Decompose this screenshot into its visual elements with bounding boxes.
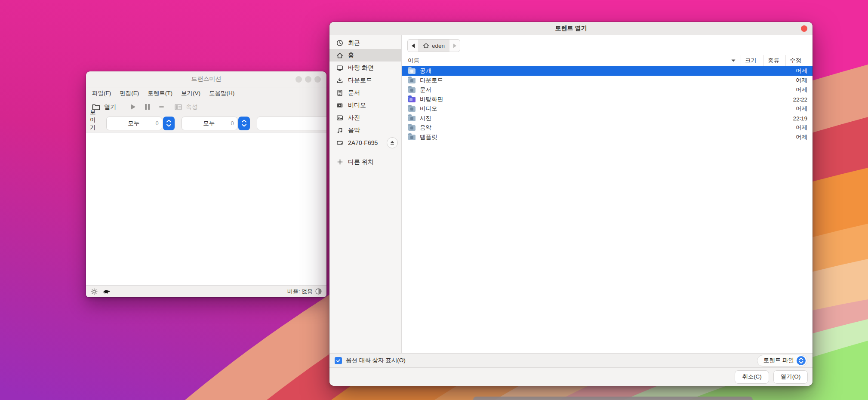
file-row-videos[interactable]: 비디오 어제 [402,104,813,114]
file-modified: 어제 [775,133,813,141]
sidebar-item-label: 문서 [348,89,360,97]
column-header-type[interactable]: 종류 [763,55,785,66]
window-title: 트랜스미션 [86,75,326,83]
file-modified: 22∶19 [775,115,813,122]
transmission-window: 트랜스미션 파일(F) 편집(E) 토렌트(T) 보기(V) 도움말(H) 열기 [86,71,326,297]
chevron-down-icon [166,124,172,127]
file-row-public[interactable]: 공개 어제 [402,66,813,76]
status-filter-spinner[interactable] [163,117,175,130]
column-header-size[interactable]: 크기 [741,55,763,66]
ratio-label: 비율: 없음 [287,288,313,295]
remove-icon[interactable] [154,104,169,110]
home-icon [336,52,344,59]
pause-icon[interactable] [140,104,154,110]
file-row-music[interactable]: 음악 어제 [402,123,813,132]
status-filter-combo[interactable]: 모두 0 [106,117,162,130]
file-row-pictures[interactable]: 사진 22∶19 [402,114,813,123]
sidebar-item-drive[interactable]: 2A70-F695 [329,136,401,149]
chevron-down-icon [241,124,247,127]
menu-view[interactable]: 보기(V) [177,89,205,97]
minimize-button[interactable] [295,76,302,83]
file-modified: 어제 [775,77,813,84]
file-name: 다운로드 [420,77,443,84]
folder-icon [408,87,416,93]
options-row: 옵션 대화 상자 표시(O) 토렌트 파일 [329,353,813,367]
photo-icon [336,114,344,121]
combo-count: 0 [156,120,159,126]
path-bar: eden [407,39,460,52]
gear-icon[interactable] [91,288,98,295]
sidebar-item-recent[interactable]: 최근 [329,37,401,49]
cancel-button[interactable]: 취소(C) [735,370,769,384]
folder-icon [408,106,416,112]
file-name: 비디오 [420,105,437,113]
folder-icon [408,125,416,131]
ratio-icon [315,288,322,295]
menu-help[interactable]: 도움말(H) [205,89,239,97]
menu-file[interactable]: 파일(F) [88,89,115,97]
turtle-icon[interactable] [103,289,110,294]
combo-value: 모두 [182,120,231,127]
desktop-icon [336,65,344,71]
sidebar-item-label: 비디오 [348,102,366,109]
close-button[interactable] [801,25,807,32]
sidebar-item-home[interactable]: 홈 [329,49,401,62]
file-filter-dropdown[interactable]: 토렌트 파일 [757,355,807,366]
path-current-label: eden [432,43,445,49]
back-button[interactable] [408,40,418,52]
forward-button[interactable] [449,40,460,52]
sidebar-item-desktop[interactable]: 바탕 화면 [329,62,401,74]
menu-torrent[interactable]: 토렌트(T) [143,89,177,97]
menu-edit[interactable]: 편집(E) [115,89,143,97]
file-name: 공개 [420,67,431,75]
torrent-list-empty[interactable] [86,132,326,285]
sidebar-item-videos[interactable]: 비디오 [329,99,401,111]
search-input[interactable] [257,120,326,126]
sidebar-item-music[interactable]: 음악 [329,124,401,136]
statusbar: 비율: 없음 [86,285,326,297]
sidebar-item-other-locations[interactable]: 다른 위치 [329,156,401,168]
sidebar-item-downloads[interactable]: 다운로드 [329,74,401,86]
eject-button[interactable] [387,137,398,148]
play-icon[interactable] [126,104,140,110]
file-modified: 어제 [775,67,813,75]
tracker-filter-spinner[interactable] [238,117,250,130]
file-row-documents[interactable]: 문서 어제 [402,85,813,95]
plus-icon [336,159,344,165]
column-label: 종류 [768,57,779,65]
sidebar-item-label: 바탕 화면 [348,64,374,72]
show-options-label[interactable]: 옵션 대화 상자 표시(O) [346,357,406,364]
chevron-up-icon [241,120,247,123]
open-torrent-dialog: 토렌트 열기 최근 홈 [329,22,813,386]
folder-icon [408,78,416,83]
sidebar-item-documents[interactable]: 문서 [329,86,401,99]
file-modified: 22∶22 [775,96,813,103]
path-segment-home[interactable]: eden [418,40,449,52]
file-name: 사진 [420,114,431,122]
column-header-modified[interactable]: 수정 [785,55,813,66]
file-pane: eden 이름 크기 종류 [402,35,813,353]
file-row-desktop[interactable]: 바탕화면 22∶22 [402,95,813,104]
show-options-checkbox[interactable] [335,357,342,364]
transmission-titlebar[interactable]: 트랜스미션 [86,71,326,87]
close-button[interactable] [314,76,321,83]
file-list: 공개 어제 다운로드 어제 문서 어제 바탕화면 22∶22 [402,66,813,353]
open-button[interactable]: 열기(O) [773,370,808,384]
dropdown-chevrons-icon [797,356,806,365]
file-row-downloads[interactable]: 다운로드 어제 [402,76,813,85]
maximize-button[interactable] [305,76,311,83]
filter-row: 보이기(S): 모두 0 모두 0 [86,114,326,132]
search-field[interactable] [257,117,326,130]
sidebar-item-pictures[interactable]: 사진 [329,111,401,124]
properties-button[interactable]: 속성 [175,103,198,111]
tracker-filter-combo[interactable]: 모두 0 [182,117,237,130]
toolbar: 열기 속성 [86,99,326,114]
folder-icon [408,135,416,140]
dialog-titlebar[interactable]: 토렌트 열기 [329,22,813,35]
column-header-name[interactable]: 이름 [402,55,741,66]
download-icon [336,77,344,84]
file-row-templates[interactable]: 템플릿 어제 [402,132,813,142]
file-name: 문서 [420,86,431,94]
menubar: 파일(F) 편집(E) 토렌트(T) 보기(V) 도움말(H) [86,87,326,99]
drive-icon [336,139,344,146]
